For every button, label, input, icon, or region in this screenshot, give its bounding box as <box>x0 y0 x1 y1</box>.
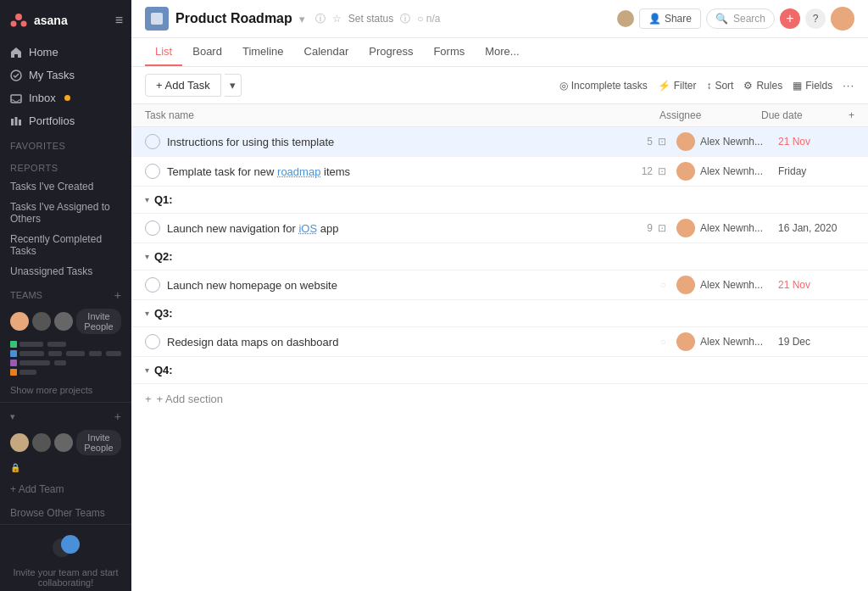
project-dot-4 <box>10 369 17 376</box>
incomplete-tasks-filter[interactable]: ◎ Incomplete tasks <box>559 80 648 92</box>
global-add-button[interactable]: + <box>780 8 800 29</box>
task-complete-checkbox-2[interactable] <box>145 164 160 179</box>
sidebar: asana ≡ Home My Tasks Inbox Portfolios F… <box>0 0 131 591</box>
invite-people-button-2[interactable]: Invite People <box>76 430 121 455</box>
cta-icon-group <box>53 535 80 562</box>
check-icon <box>10 70 22 81</box>
add-section-row[interactable]: + + Add section <box>131 384 868 414</box>
task-due-4: 21 Nov <box>778 279 854 291</box>
project-header-actions: 👤 Share 🔍 Search + ? <box>617 7 854 31</box>
search-box[interactable]: 🔍 Search <box>706 8 775 29</box>
fields-button[interactable]: ▦ Fields <box>793 80 832 92</box>
add-team-button[interactable]: + Add Team <box>0 477 131 502</box>
toolbar: + Add Task ▾ ◎ Incomplete tasks ⚡ Filter… <box>131 67 868 104</box>
project-info-icon[interactable]: ⓘ <box>315 12 326 26</box>
add-task-button[interactable]: + Add Task <box>145 74 221 97</box>
rules-button[interactable]: ⚙ Rules <box>743 80 782 92</box>
section-q4-title: Q4: <box>154 364 173 376</box>
svg-point-0 <box>15 14 22 20</box>
sort-button[interactable]: ↕ Sort <box>706 80 733 92</box>
team1-avatar-row: Invite People <box>0 305 131 337</box>
tab-more[interactable]: More... <box>475 38 529 66</box>
sidebar-item-home[interactable]: Home <box>0 41 131 64</box>
sidebar-item-tasks-assigned[interactable]: Tasks I've Assigned to Others <box>0 197 131 229</box>
task-name-4[interactable]: Launch new homepage on website <box>167 279 660 292</box>
tab-calendar[interactable]: Calendar <box>294 38 359 66</box>
task-complete-checkbox-3[interactable] <box>145 220 160 236</box>
attachment-icon-1: ⊡ <box>658 136 666 148</box>
sidebar-collapse-button[interactable]: ≡ <box>115 13 123 28</box>
task-name-1[interactable]: Instructions for using this template <box>167 136 647 148</box>
tab-list[interactable]: List <box>145 38 182 66</box>
sidebar-item-inbox[interactable]: Inbox <box>0 86 131 109</box>
sidebar-item-my-tasks[interactable]: My Tasks <box>0 64 131 86</box>
team2-expand-icon[interactable]: ▾ <box>10 411 15 422</box>
invite-people-button-1[interactable]: Invite People <box>76 309 121 334</box>
task-badges-1: 5 ⊡ <box>647 136 666 148</box>
project-row-2[interactable] <box>10 350 121 357</box>
help-button[interactable]: ? <box>805 8 826 29</box>
task-complete-checkbox-1[interactable] <box>145 134 160 149</box>
section-q4[interactable]: ▾ Q4: <box>131 357 868 384</box>
tab-forms[interactable]: Forms <box>423 38 475 66</box>
reports-label: Reports <box>0 154 131 176</box>
section-q1[interactable]: ▾ Q1: <box>131 187 868 214</box>
user-profile-avatar[interactable] <box>831 7 854 31</box>
tab-timeline[interactable]: Timeline <box>232 38 294 66</box>
section-q1-title: Q1: <box>154 193 173 206</box>
assignee-name-1: Alex Newnh... <box>700 136 763 148</box>
sidebar-item-unassigned[interactable]: Unassigned Tasks <box>0 261 131 282</box>
ios-link[interactable]: iOS <box>298 222 317 235</box>
tab-board[interactable]: Board <box>182 38 232 66</box>
project-dropdown-icon[interactable]: ▾ <box>299 13 305 25</box>
sidebar-item-recently-completed[interactable]: Recently Completed Tasks <box>0 229 131 261</box>
attachment-icon-3: ⊡ <box>658 222 666 234</box>
task-complete-checkbox-5[interactable] <box>145 334 160 349</box>
roadmap-link[interactable]: roadmap <box>277 165 320 178</box>
project-bar-5 <box>66 351 85 356</box>
project-bar-10 <box>19 370 36 375</box>
task-name-3[interactable]: Launch new navigation for iOS app <box>167 222 647 235</box>
assignee-avatar-4 <box>676 276 695 294</box>
sidebar-item-tasks-created[interactable]: Tasks I've Created <box>0 176 131 197</box>
task-name-2[interactable]: Template task for new roadmap items <box>167 165 642 178</box>
svg-rect-5 <box>11 119 14 125</box>
svg-rect-7 <box>19 120 21 125</box>
project-star-icon[interactable]: ☆ <box>332 13 342 25</box>
set-status-button[interactable]: Set status <box>348 13 393 25</box>
team2-add-button[interactable]: + <box>114 410 121 423</box>
team1-avatar-1 <box>10 312 29 331</box>
teams-add-button[interactable]: + <box>114 288 121 302</box>
team2-section: ▾ + Invite People 🔒 <box>0 402 131 477</box>
project-row-1[interactable] <box>10 341 121 348</box>
filter-icon: ⚡ <box>658 80 670 92</box>
task-name-5[interactable]: Redesign data maps on dashboard <box>167 336 660 348</box>
show-more-projects[interactable]: Show more projects <box>0 382 131 399</box>
sidebar-bottom-cta: Invite your team and start collaborating… <box>0 524 131 591</box>
sidebar-item-portfolios[interactable]: Portfolios <box>0 109 131 132</box>
team1-avatar-2 <box>32 312 51 331</box>
team2-avatar-2 <box>32 433 51 452</box>
cta-icon-2 <box>61 535 80 554</box>
filter-button[interactable]: ⚡ Filter <box>658 80 697 92</box>
project-row-4[interactable] <box>10 369 121 376</box>
add-task-dropdown-button[interactable]: ▾ <box>225 74 242 97</box>
header-help-icon[interactable]: ⓘ <box>400 12 410 26</box>
share-button[interactable]: 👤 Share <box>639 8 701 29</box>
inbox-icon <box>10 92 22 104</box>
section-q3[interactable]: ▾ Q3: <box>131 300 868 327</box>
tab-progress[interactable]: Progress <box>359 38 423 66</box>
toolbar-more-options[interactable]: ··· <box>843 79 854 92</box>
section-q2-title: Q2: <box>154 250 173 263</box>
section-q2[interactable]: ▾ Q2: <box>131 243 868 270</box>
toolbar-left: + Add Task ▾ <box>145 74 242 97</box>
cta-icons <box>10 535 121 562</box>
sidebar-nav-mytasks-label: My Tasks <box>29 69 75 81</box>
task-complete-checkbox-4[interactable] <box>145 277 160 293</box>
browse-other-teams[interactable]: Browse Other Teams <box>0 502 131 524</box>
project-row-3[interactable] <box>10 360 121 366</box>
assignee-avatar-5 <box>676 332 695 351</box>
project-list <box>0 337 131 382</box>
incomplete-tasks-icon: ◎ <box>559 80 568 92</box>
add-column-button[interactable]: + <box>837 109 854 121</box>
